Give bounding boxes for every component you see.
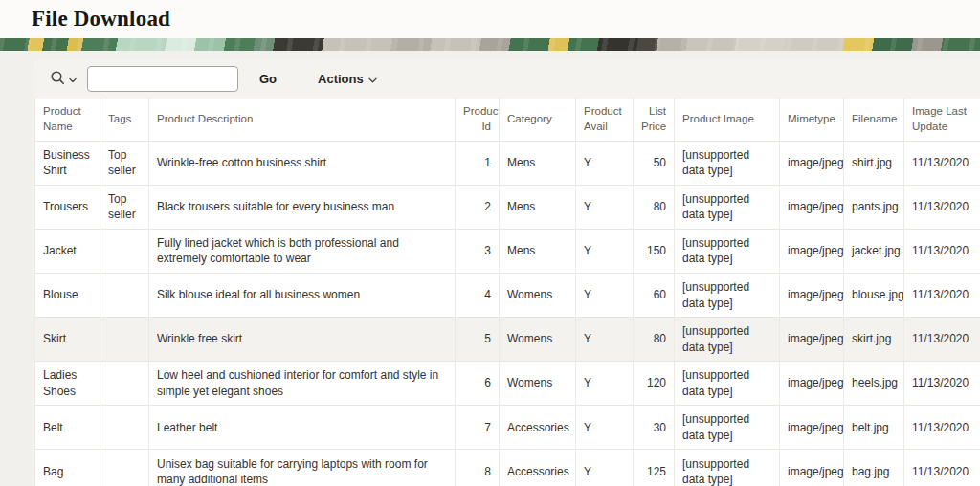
cell-mimetype: image/jpeg <box>780 362 844 406</box>
cell-product-name: Skirt <box>35 318 100 362</box>
cell-product-id: 2 <box>456 185 500 229</box>
cell-tags <box>100 229 149 273</box>
cell-filename: pants.jpg <box>844 185 904 229</box>
cell-tags <box>100 406 149 450</box>
cell-tags <box>100 450 149 486</box>
cell-tags <box>100 274 149 318</box>
interactive-report-region: Go Actions Product NameTagsProduct Descr… <box>34 59 980 486</box>
cell-product-avail: Y <box>576 318 634 362</box>
column-header-product-avail[interactable]: Product Avail <box>576 99 634 141</box>
cell-product-image: [unsupported data type] <box>675 450 780 486</box>
go-button[interactable]: Go <box>253 66 283 92</box>
cell-list-price: 50 <box>634 141 675 185</box>
cell-product-image: [unsupported data type] <box>675 229 780 273</box>
cell-product-name: Jacket <box>35 229 100 273</box>
column-header-filename[interactable]: Filename <box>844 99 904 141</box>
column-header-product-description[interactable]: Product Description <box>149 99 456 141</box>
cell-product-avail: Y <box>576 141 634 185</box>
cell-mimetype: image/jpeg <box>780 229 844 273</box>
cell-product-avail: Y <box>576 406 634 450</box>
cell-filename: shirt.jpg <box>844 141 904 185</box>
page-header: File Download <box>0 0 980 38</box>
actions-button[interactable]: Actions <box>314 66 381 92</box>
cell-list-price: 150 <box>634 229 675 273</box>
cell-image-last-update: 11/13/2020 <box>904 450 980 486</box>
cell-product-description: Black trousers suitable for every busine… <box>149 185 456 229</box>
column-header-image-last-update[interactable]: Image Last Update <box>904 99 980 141</box>
cell-product-name: Belt <box>35 406 100 450</box>
cell-product-image: [unsupported data type] <box>675 141 780 185</box>
cell-product-image: [unsupported data type] <box>675 185 780 229</box>
table-row: Business ShirtTop sellerWrinkle-free cot… <box>35 141 980 185</box>
cell-category: Womens <box>500 362 576 406</box>
column-header-product-name[interactable]: Product Name <box>35 99 100 141</box>
cell-product-id: 7 <box>456 406 500 450</box>
cell-mimetype: image/jpeg <box>780 318 844 362</box>
cell-filename: bag.jpg <box>844 450 904 486</box>
cell-product-id: 8 <box>456 450 500 486</box>
cell-product-name: Trousers <box>35 185 100 229</box>
search-column-selector[interactable] <box>48 68 78 91</box>
cell-product-name: Business Shirt <box>35 141 100 185</box>
cell-product-description: Wrinkle-free cotton business shirt <box>149 141 456 185</box>
cell-product-image: [unsupported data type] <box>675 274 780 318</box>
column-header-mimetype[interactable]: Mimetype <box>780 99 844 141</box>
cell-category: Mens <box>500 141 576 185</box>
cell-product-avail: Y <box>576 229 634 273</box>
cell-product-name: Ladies Shoes <box>35 362 100 406</box>
cell-product-description: Wrinkle free skirt <box>149 318 456 362</box>
cell-product-id: 5 <box>456 318 500 362</box>
cell-image-last-update: 11/13/2020 <box>904 141 980 185</box>
chevron-down-icon <box>69 72 77 86</box>
cell-product-id: 1 <box>456 141 500 185</box>
actions-button-label: Actions <box>318 72 364 86</box>
cell-tags: Top seller <box>100 141 149 185</box>
cell-category: Mens <box>500 229 576 273</box>
table-row: SkirtWrinkle free skirt5WomensY80[unsupp… <box>35 318 980 362</box>
cell-product-avail: Y <box>576 450 634 486</box>
cell-tags <box>100 318 149 362</box>
cell-product-description: Fully lined jacket which is both profess… <box>149 229 456 273</box>
column-header-product-image[interactable]: Product Image <box>675 99 780 141</box>
column-header-product-id[interactable]: Product Id <box>456 99 500 141</box>
table-row: BeltLeather belt7AccessoriesY30[unsuppor… <box>35 406 980 450</box>
cell-filename: skirt.jpg <box>844 318 904 362</box>
column-header-category[interactable]: Category <box>500 99 576 141</box>
cell-mimetype: image/jpeg <box>780 274 844 318</box>
search-toolbar: Go Actions <box>34 59 980 99</box>
cell-product-description: Unisex bag suitable for carrying laptops… <box>149 450 456 486</box>
cell-image-last-update: 11/13/2020 <box>904 406 980 450</box>
column-header-tags[interactable]: Tags <box>100 99 149 141</box>
cell-image-last-update: 11/13/2020 <box>904 362 980 406</box>
cell-list-price: 30 <box>634 406 675 450</box>
cell-category: Mens <box>500 185 576 229</box>
cell-product-avail: Y <box>576 274 634 318</box>
cell-product-name: Bag <box>35 450 100 486</box>
search-icon <box>50 70 66 89</box>
cell-filename: jacket.jpg <box>844 229 904 273</box>
cell-product-id: 4 <box>456 274 500 318</box>
cell-image-last-update: 11/13/2020 <box>904 185 980 229</box>
cell-mimetype: image/jpeg <box>780 141 844 185</box>
cell-filename: blouse.jpg <box>844 274 904 318</box>
cell-list-price: 125 <box>634 450 675 486</box>
cell-tags <box>100 362 149 406</box>
cell-product-description: Silk blouse ideal for all business women <box>149 274 456 318</box>
report-table: Product NameTagsProduct DescriptionProdu… <box>34 99 980 486</box>
table-row: BagUnisex bag suitable for carrying lapt… <box>35 450 980 486</box>
cell-product-image: [unsupported data type] <box>675 362 780 406</box>
cell-category: Accessories <box>500 450 576 486</box>
table-body: Business ShirtTop sellerWrinkle-free cot… <box>35 141 980 486</box>
cell-product-avail: Y <box>576 185 634 229</box>
page-title: File Download <box>32 7 170 32</box>
cell-image-last-update: 11/13/2020 <box>904 229 980 273</box>
search-input[interactable] <box>87 66 238 92</box>
cell-tags: Top seller <box>100 185 149 229</box>
cell-product-name: Blouse <box>35 274 100 318</box>
cell-list-price: 80 <box>634 318 675 362</box>
table-row: JacketFully lined jacket which is both p… <box>35 229 980 273</box>
cell-image-last-update: 11/13/2020 <box>904 274 980 318</box>
column-header-list-price[interactable]: List Price <box>634 99 675 141</box>
cell-image-last-update: 11/13/2020 <box>904 318 980 362</box>
cell-list-price: 120 <box>634 362 675 406</box>
